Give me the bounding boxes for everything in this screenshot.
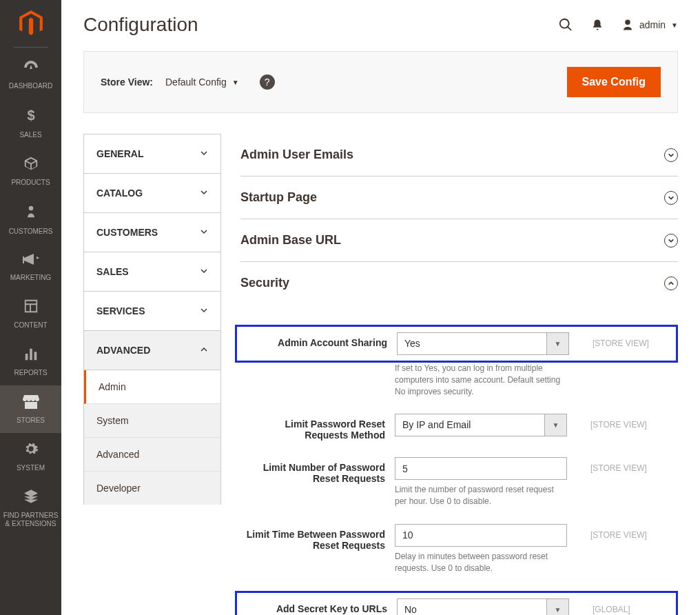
section-admin-user-emails[interactable]: Admin User Emails: [240, 134, 678, 177]
field-account-sharing: Admin Account Sharing Yes ▼ [STORE VIEW]: [243, 332, 676, 355]
section-admin-base-url[interactable]: Admin Base URL: [240, 219, 678, 262]
tab-general[interactable]: GENERAL: [84, 134, 220, 174]
bell-icon[interactable]: [591, 17, 604, 32]
magento-logo-icon: [19, 10, 43, 37]
label-limit-time: Limit Time Between Password Reset Reques…: [240, 524, 385, 551]
sidebar-item-partners[interactable]: FIND PARTNERS & EXTENSIONS: [0, 481, 61, 536]
section-security[interactable]: Security: [240, 262, 678, 304]
user-menu[interactable]: admin ▼: [621, 19, 678, 31]
help-icon[interactable]: ?: [260, 74, 275, 90]
chevron-down-icon: ▼: [232, 79, 239, 86]
sidebar-item-content[interactable]: CONTENT: [0, 290, 61, 338]
page-title: Configuration: [83, 14, 198, 36]
security-fields: Admin Account Sharing Yes ▼ [STORE VIEW]: [240, 304, 678, 615]
sidebar-item-stores[interactable]: STORES: [0, 385, 61, 433]
sidebar-item-dashboard[interactable]: DASHBOARD: [0, 51, 61, 99]
admin-sidebar: DASHBOARD $ SALES PRODUCTS CUSTOMERS MAR…: [0, 0, 61, 615]
divider: [14, 47, 48, 48]
section-startup-page[interactable]: Startup Page: [240, 177, 678, 219]
tab-advanced-sub: Admin System Advanced Developer: [84, 370, 220, 505]
config-tabs: GENERAL CATALOG CUSTOMERS SALES SERVICES…: [83, 134, 221, 615]
sidebar-item-sales[interactable]: $ SALES: [0, 99, 61, 148]
sub-item-admin[interactable]: Admin: [84, 370, 220, 404]
label-limit-method: Limit Password Reset Requests Method: [240, 414, 385, 441]
sub-item-advanced[interactable]: Advanced: [84, 438, 220, 472]
input-limit-number[interactable]: [395, 457, 567, 480]
chevron-down-icon: ▼: [546, 599, 568, 615]
scope-limit-method: [STORE VIEW]: [590, 414, 666, 430]
sub-item-developer[interactable]: Developer: [84, 472, 220, 505]
highlight-secret-key: Add Secret Key to URLs No ▼ [GLOBAL]: [235, 591, 678, 615]
chevron-down-icon: ▼: [546, 333, 568, 354]
chevron-down-icon: [200, 148, 208, 159]
field-limit-number: Limit Number of Password Reset Requests …: [240, 457, 678, 507]
chevron-down-icon: [664, 148, 678, 162]
note-limit-number: Limit the number of password reset reque…: [395, 484, 567, 507]
scope-limit-number: [STORE VIEW]: [590, 457, 666, 473]
scope-limit-time: [STORE VIEW]: [590, 524, 666, 540]
tab-sales[interactable]: SALES: [84, 252, 220, 292]
store-view-dropdown[interactable]: Default Config ▼: [165, 77, 239, 88]
bar-chart-icon: [3, 346, 59, 365]
gear-icon: [3, 441, 59, 461]
config-content: GENERAL CATALOG CUSTOMERS SALES SERVICES…: [83, 134, 678, 615]
chevron-down-icon: [200, 227, 208, 238]
tab-customers[interactable]: CUSTOMERS: [84, 213, 220, 252]
chevron-down-icon: [200, 266, 208, 277]
note-account-sharing: If set to Yes, you can log in from multi…: [395, 363, 567, 397]
store-view-label: Store View:: [101, 77, 153, 88]
user-name: admin: [639, 19, 666, 30]
action-bar: Store View: Default Config ▼ ? Save Conf…: [83, 51, 678, 113]
select-secret-key[interactable]: No ▼: [397, 598, 569, 615]
main-content: Configuration admin ▼ Store View: Defaul…: [61, 0, 700, 615]
select-account-sharing[interactable]: Yes ▼: [397, 332, 569, 355]
user-icon: [621, 19, 634, 31]
scope-account-sharing: [STORE VIEW]: [593, 332, 668, 348]
chevron-down-icon: [200, 305, 208, 316]
label-account-sharing: Admin Account Sharing: [243, 332, 387, 348]
scope-secret-key: [GLOBAL]: [593, 598, 668, 614]
config-sections: Admin User Emails Startup Page Admin Bas…: [240, 134, 678, 615]
chevron-down-icon: [664, 234, 678, 248]
box-icon: [3, 156, 59, 175]
note-row-account-sharing: If set to Yes, you can log in from multi…: [240, 359, 678, 397]
label-limit-number: Limit Number of Password Reset Requests: [240, 457, 385, 484]
sidebar-item-reports[interactable]: REPORTS: [0, 338, 61, 385]
select-limit-method[interactable]: By IP and Email ▼: [395, 414, 567, 436]
dollar-icon: $: [3, 107, 59, 128]
sidebar-item-products[interactable]: PRODUCTS: [0, 148, 61, 195]
svg-text:$: $: [27, 108, 34, 123]
megaphone-icon: [3, 252, 59, 270]
save-config-button[interactable]: Save Config: [567, 67, 661, 97]
field-limit-time: Limit Time Between Password Reset Reques…: [240, 524, 678, 574]
dashboard-icon: [3, 59, 59, 79]
topbar-actions: admin ▼: [558, 17, 678, 32]
chevron-up-icon: [200, 345, 208, 356]
sidebar-item-customers[interactable]: CUSTOMERS: [0, 195, 61, 244]
input-limit-time[interactable]: [395, 524, 567, 547]
tab-services[interactable]: SERVICES: [84, 292, 220, 331]
highlight-account-sharing: Admin Account Sharing Yes ▼ [STORE VIEW]: [235, 325, 678, 363]
tab-catalog[interactable]: CATALOG: [84, 174, 220, 213]
tab-advanced[interactable]: ADVANCED: [84, 331, 220, 370]
person-icon: [3, 203, 59, 224]
chevron-down-icon: ▼: [544, 414, 566, 436]
store-icon: [3, 394, 59, 413]
store-view-switcher: Store View: Default Config ▼ ?: [101, 74, 275, 90]
chevron-down-icon: [200, 188, 208, 199]
label-secret-key: Add Secret Key to URLs: [243, 598, 387, 614]
note-limit-time: Delay in minutes between password reset …: [395, 551, 567, 574]
field-limit-method: Limit Password Reset Requests Method By …: [240, 414, 678, 441]
sidebar-item-marketing[interactable]: MARKETING: [0, 244, 61, 290]
layout-icon: [3, 299, 59, 318]
chevron-down-icon: [664, 191, 678, 205]
sidebar-item-system[interactable]: SYSTEM: [0, 433, 61, 481]
field-secret-key: Add Secret Key to URLs No ▼ [GLOBAL]: [243, 598, 676, 615]
search-icon[interactable]: [558, 17, 573, 32]
sub-item-system[interactable]: System: [84, 404, 220, 438]
puzzle-icon: [3, 489, 59, 508]
chevron-down-icon: ▼: [671, 21, 678, 29]
chevron-up-icon: [664, 276, 678, 290]
topbar: Configuration admin ▼: [83, 14, 678, 36]
